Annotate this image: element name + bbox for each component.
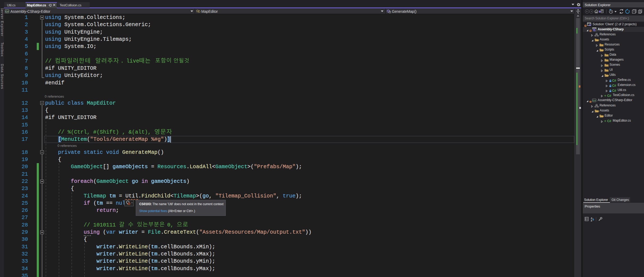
svg-text:C#: C#: [593, 99, 596, 102]
svg-text:Z: Z: [591, 219, 592, 222]
